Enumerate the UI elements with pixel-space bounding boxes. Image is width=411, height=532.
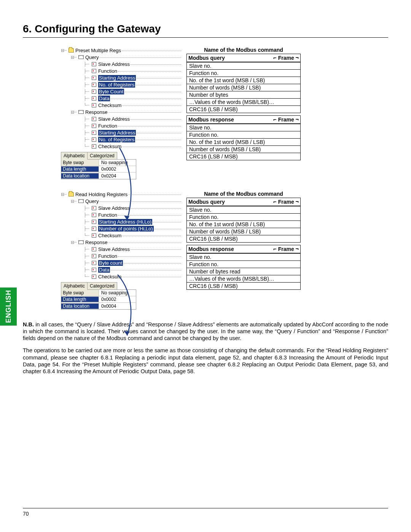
tree-field[interactable]: ├┈No. of Registers xyxy=(84,81,183,88)
tree-field[interactable]: ├┈Function xyxy=(84,122,183,129)
table-cell: No. of the 1st word (MSB / LSB) xyxy=(187,77,300,84)
body-paragraphs: N.B. in all cases, the “Query / Slave Ad… xyxy=(23,321,388,375)
property-row[interactable]: Data length0x0002 xyxy=(61,166,136,173)
table-cell: CRC16 (LSB / MSB) xyxy=(187,105,300,113)
response-header: Modbus response ⌐ Frame ¬ xyxy=(186,115,301,124)
table-cell: Function no. xyxy=(187,213,300,220)
page-number: 70 xyxy=(23,508,388,517)
tree-field[interactable]: ├┈Function xyxy=(84,67,183,74)
table-cell: Slave no. xyxy=(187,124,300,131)
table-cell: No. of the 1st word (MSB / LSB) xyxy=(187,138,300,145)
field-icon xyxy=(92,76,96,80)
field-icon xyxy=(92,62,96,66)
property-row[interactable]: Byte swapNo swapping xyxy=(61,290,136,296)
tree-field[interactable]: ├┈Slave Address xyxy=(84,61,183,67)
tree-root[interactable]: Preset Multiple Regs xyxy=(75,48,121,53)
tree-field[interactable]: ├┈Function xyxy=(84,211,183,218)
prop-tabs: Alphabetic Categorized xyxy=(61,152,183,160)
tab-alphabetic[interactable]: Alphabetic xyxy=(61,152,88,160)
property-row[interactable]: Data length0x0002 xyxy=(61,296,136,303)
tree-field[interactable]: └┈Checksum xyxy=(84,232,183,239)
field-icon xyxy=(92,220,96,224)
query-header: Modbus query ⌐ Frame ¬ xyxy=(186,54,301,62)
table-cell: Number of words (MSB / LSB) xyxy=(187,228,300,235)
tree-field[interactable]: └┈Checksum xyxy=(84,273,183,280)
folder-icon xyxy=(68,192,74,197)
table-cell: CRC16 (LSB / MSB) xyxy=(187,235,300,242)
tree-field[interactable]: ├┈Starting Address xyxy=(84,74,183,81)
tree-response[interactable]: Response xyxy=(85,240,108,245)
envelope-icon xyxy=(78,199,84,203)
tree-field[interactable]: ├┈Function xyxy=(84,252,183,259)
table-cell: Function no. xyxy=(187,260,300,268)
envelope-icon xyxy=(78,110,84,114)
field-icon xyxy=(92,261,96,265)
field-icon xyxy=(92,83,96,87)
page-title: 6. Configuring the Gateway xyxy=(23,23,388,35)
tree-field[interactable]: ├┈Slave Address xyxy=(84,246,183,252)
field-icon xyxy=(92,96,96,101)
tree-field[interactable]: ├┈Byte Count xyxy=(84,88,183,95)
field-icon xyxy=(92,206,96,210)
prop-tabs: Alphabetic Categorized xyxy=(61,282,183,290)
field-icon xyxy=(92,213,96,217)
tree-view[interactable]: ⊟┈Preset Multiple Regs ⊟┈Query ├┈Slave A… xyxy=(61,47,183,150)
field-icon xyxy=(92,254,96,258)
section-read-holding: ⊟┈Read Holding Registers ⊟┈Query ├┈Slave… xyxy=(61,191,388,310)
table-cell: Number of bytes read xyxy=(187,268,300,275)
table-cell: CRC16 (LSB / MSB) xyxy=(187,282,300,289)
tree-field[interactable]: ├┈Starting Address xyxy=(84,129,183,136)
field-icon xyxy=(92,137,96,142)
field-icon xyxy=(92,233,96,238)
tree-query[interactable]: Query xyxy=(85,54,99,60)
tab-categorized[interactable]: Categorized xyxy=(87,282,117,290)
table-cell: Function no. xyxy=(187,131,300,138)
property-row[interactable]: Byte swapNo swapping xyxy=(61,160,136,166)
language-tab: ENGLISH xyxy=(0,288,17,326)
field-icon xyxy=(92,144,96,149)
tree-field[interactable]: ├┈Starting Address (Hi,Lo) xyxy=(84,218,183,225)
field-icon xyxy=(92,69,96,73)
tree-field[interactable]: └┈Checksum xyxy=(84,143,183,150)
tree-response[interactable]: Response xyxy=(85,109,108,115)
section-preset-regs: ⊟┈Preset Multiple Regs ⊟┈Query ├┈Slave A… xyxy=(61,47,388,179)
tree-field[interactable]: ├┈Slave Address xyxy=(84,204,183,211)
tree-field[interactable]: ├┈No. of Registers xyxy=(84,136,183,143)
envelope-icon xyxy=(78,240,84,244)
field-icon xyxy=(92,117,96,121)
table-caption: Name of the Modbus command xyxy=(186,47,301,54)
field-icon xyxy=(92,131,96,135)
horizontal-rule xyxy=(23,37,388,38)
property-grid[interactable]: Byte swapNo swappingData length0x0002Dat… xyxy=(61,289,136,310)
tree-view[interactable]: ⊟┈Read Holding Registers ⊟┈Query ├┈Slave… xyxy=(61,191,183,280)
tree-field[interactable]: ├┈Slave Address xyxy=(84,115,183,122)
tree-field[interactable]: ├┈Data xyxy=(84,266,183,273)
envelope-icon xyxy=(78,55,84,59)
tree-field[interactable]: ├┈Number of points (Hi,Lo) xyxy=(84,225,183,232)
tree-field[interactable]: ├┈Byte count xyxy=(84,259,183,266)
field-icon xyxy=(92,227,96,231)
tree-root[interactable]: Read Holding Registers xyxy=(75,192,127,197)
tree-field[interactable]: └┈Checksum xyxy=(84,102,183,109)
field-icon xyxy=(92,268,96,272)
field-icon xyxy=(92,103,96,107)
table-cell: Slave no. xyxy=(187,253,300,260)
response-header: Modbus response ⌐ Frame ¬ xyxy=(186,245,301,253)
table-cell: Slave no. xyxy=(187,62,300,69)
table-cell: Number of bytes xyxy=(187,91,300,98)
tree-field[interactable]: ├┈Data xyxy=(84,95,183,102)
property-grid[interactable]: Byte swapNo swappingData length0x0002Dat… xyxy=(61,159,136,179)
table-cell: …Values of the words (MSB/LSB)… xyxy=(187,98,300,105)
tab-alphabetic[interactable]: Alphabetic xyxy=(61,282,88,290)
property-row[interactable]: Data location0x0204 xyxy=(61,173,136,179)
query-header: Modbus query ⌐ Frame ¬ xyxy=(186,198,301,206)
field-icon xyxy=(92,247,96,251)
table-cell: No. of the 1st word (MSB / LSB) xyxy=(187,220,300,228)
field-icon xyxy=(92,89,96,94)
table-cell: CRC16 (LSB / MSB) xyxy=(187,153,300,160)
table-caption: Name of the Modbus command xyxy=(186,191,301,198)
tab-categorized[interactable]: Categorized xyxy=(87,152,117,160)
tree-query[interactable]: Query xyxy=(85,198,99,204)
field-icon xyxy=(92,275,96,279)
property-row[interactable]: Data location0x0004 xyxy=(61,303,136,309)
